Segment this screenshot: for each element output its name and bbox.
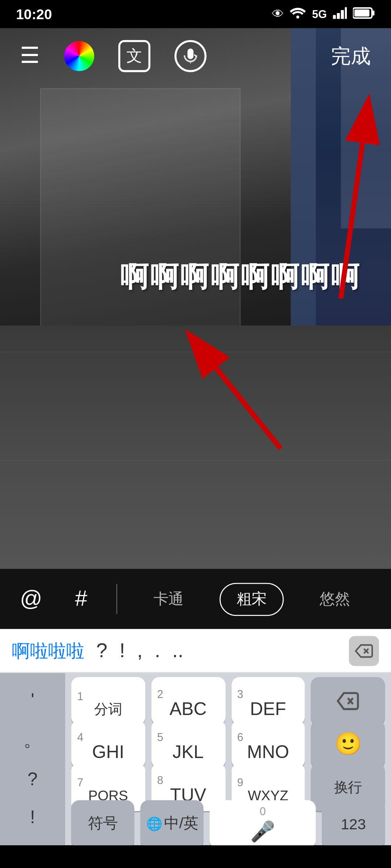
ime-main-candidate[interactable]: 啊啦啦啦	[12, 638, 84, 662]
font-cusong[interactable]: 粗宋	[219, 582, 283, 615]
text-overlay[interactable]: 啊啊啊啊啊啊啊啊	[120, 258, 361, 296]
key-symbol[interactable]: 符号	[71, 800, 135, 845]
font-youran[interactable]: 悠然	[304, 583, 366, 614]
room-background	[0, 28, 391, 569]
key-lang[interactable]: 🌐 中/英	[140, 800, 204, 845]
key-space[interactable]: 0 🎤	[210, 800, 316, 845]
toolbar-left: ☰ 文	[20, 40, 206, 72]
keyboard-bottom-row: 符号 🌐 中/英 0 🎤 123	[65, 802, 391, 845]
key-question[interactable]: ?	[28, 769, 38, 790]
font-divider	[116, 584, 117, 614]
svg-rect-1	[333, 14, 336, 18]
delete-icon	[336, 691, 360, 711]
svg-point-0	[297, 15, 299, 18]
at-button[interactable]: @	[16, 586, 46, 612]
done-button[interactable]: 完成	[331, 43, 371, 70]
battery-icon	[353, 7, 375, 22]
key-2-abc[interactable]: 2 ABC	[151, 677, 225, 725]
svg-rect-3	[341, 9, 344, 18]
key-6-mno[interactable]: 6 MNO	[231, 720, 305, 768]
text-icon[interactable]: 文	[118, 40, 151, 72]
key-apostrophe[interactable]: '	[31, 690, 34, 711]
key-emoji[interactable]: 🙂	[311, 720, 385, 768]
menu-icon[interactable]: ☰	[20, 43, 40, 69]
signal-5g: 5G	[312, 8, 327, 20]
keyboard: ' 。 ? ! 1 分词 2 ABC 3 DEF	[0, 673, 391, 845]
svg-rect-2	[337, 13, 340, 19]
ime-candidates: 啊啦啦啦 ? ! , . ..	[12, 638, 337, 662]
color-picker-icon[interactable]	[64, 41, 94, 71]
keyboard-row-1: 1 分词 2 ABC 3 DEF	[65, 673, 391, 716]
key-3-def[interactable]: 3 DEF	[231, 677, 305, 725]
signal-bars	[333, 7, 347, 22]
keyboard-row-3: 7 PQRS 8 TUV 9 WXYZ 换行	[65, 759, 391, 802]
camera-view: ☰ 文 完成 啊啊啊啊啊啊啊啊	[0, 28, 391, 569]
hash-button[interactable]: #	[66, 586, 96, 612]
ime-prediction-bar: 啊啦啦啦 ? ! , . ..	[0, 629, 391, 673]
ime-delete-button[interactable]	[349, 635, 379, 665]
key-4-ghi[interactable]: 4 GHI	[71, 720, 145, 768]
font-selector: @ # 卡通 粗宋 悠然	[0, 569, 391, 629]
key-exclaim[interactable]: !	[30, 808, 35, 829]
svg-rect-4	[345, 7, 347, 18]
voice-icon[interactable]	[175, 40, 207, 72]
status-time: 10:20	[16, 6, 52, 22]
svg-rect-7	[354, 9, 370, 16]
ime-punct-2[interactable]: !	[119, 639, 125, 662]
status-bar: 10:20 👁 5G	[0, 0, 391, 28]
keyboard-row-2: 4 GHI 5 JKL 6 MNO 🙂	[65, 716, 391, 759]
key-1-fenci[interactable]: 1 分词	[71, 677, 145, 725]
key-period-cn[interactable]: 。	[24, 728, 42, 752]
eye-icon: 👁	[272, 7, 284, 21]
status-icons: 👁 5G	[272, 7, 375, 22]
key-123[interactable]: 123	[321, 800, 385, 845]
keyboard-main: 1 分词 2 ABC 3 DEF 4 GH	[65, 673, 391, 845]
camera-toolbar: ☰ 文 完成	[0, 28, 391, 84]
ime-punct-3[interactable]: ,	[137, 639, 143, 662]
svg-rect-6	[373, 10, 375, 15]
keyboard-left-column: ' 。 ? !	[0, 673, 65, 845]
ime-punct-5[interactable]: ..	[172, 639, 184, 662]
wifi-icon	[290, 7, 306, 22]
ime-punct-4[interactable]: .	[155, 639, 160, 662]
key-delete[interactable]	[311, 677, 385, 725]
key-5-jkl[interactable]: 5 JKL	[151, 720, 225, 768]
font-cartoon[interactable]: 卡通	[137, 583, 199, 614]
ime-punct-1[interactable]: ?	[96, 639, 108, 662]
